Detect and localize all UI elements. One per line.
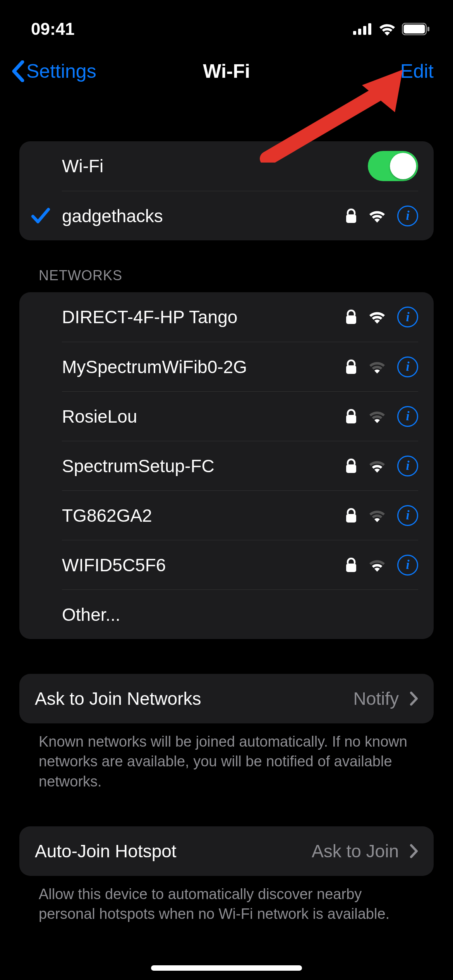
connected-network-row[interactable]: gadgethacks i xyxy=(19,191,434,240)
chevron-right-icon xyxy=(410,844,418,858)
svg-rect-14 xyxy=(346,514,356,523)
networks-group: DIRECT-4F-HP Tango i MySpectrumWiFib0-2G… xyxy=(19,292,434,639)
svg-rect-11 xyxy=(346,365,356,374)
lock-icon xyxy=(345,508,357,523)
edit-button[interactable]: Edit xyxy=(400,60,434,82)
network-row[interactable]: SpectrumSetup-FC i xyxy=(19,441,434,490)
wifi-signal-icon xyxy=(368,559,386,572)
ask-join-group: Ask to Join Networks Notify xyxy=(19,674,434,723)
info-button[interactable]: i xyxy=(397,555,418,576)
network-name: MySpectrumWiFib0-2G xyxy=(62,356,345,377)
network-name: WIFID5C5F6 xyxy=(62,555,345,576)
wifi-toggle-row: Wi-Fi xyxy=(19,141,434,191)
connected-network-trailing: i xyxy=(345,206,418,226)
status-icons xyxy=(353,22,430,36)
ask-join-label: Ask to Join Networks xyxy=(35,688,353,709)
status-bar: 09:41 xyxy=(0,0,453,50)
svg-rect-12 xyxy=(346,415,356,423)
chevron-left-icon xyxy=(12,60,26,82)
network-name: TG862GA2 xyxy=(62,505,345,526)
svg-rect-15 xyxy=(346,564,356,572)
info-button[interactable]: i xyxy=(397,406,418,427)
back-label: Settings xyxy=(26,60,96,82)
svg-rect-0 xyxy=(353,31,356,35)
network-row[interactable]: MySpectrumWiFib0-2G i xyxy=(19,342,434,391)
ask-join-footer: Known networks will be joined automatica… xyxy=(19,723,434,792)
svg-rect-5 xyxy=(404,25,425,34)
back-button[interactable]: Settings xyxy=(12,60,96,82)
battery-icon xyxy=(402,23,430,35)
lock-icon xyxy=(345,557,357,573)
checkmark-icon xyxy=(31,206,51,226)
home-indicator[interactable] xyxy=(151,965,302,971)
wifi-toggle-group: Wi-Fi gadgethacks i xyxy=(19,141,434,240)
info-button[interactable]: i xyxy=(397,206,418,226)
svg-rect-1 xyxy=(358,29,361,35)
lock-icon xyxy=(345,359,357,375)
lock-icon xyxy=(345,458,357,474)
lock-icon xyxy=(345,208,357,224)
network-name: SpectrumSetup-FC xyxy=(62,456,345,476)
svg-rect-10 xyxy=(346,315,356,324)
nav-bar: Settings Wi-Fi Edit xyxy=(0,50,453,97)
svg-rect-13 xyxy=(346,464,356,473)
info-button[interactable]: i xyxy=(397,307,418,327)
wifi-signal-icon xyxy=(368,209,386,223)
connected-network-name: gadgethacks xyxy=(62,206,345,226)
lock-icon xyxy=(345,409,357,424)
wifi-signal-icon xyxy=(368,310,386,324)
svg-rect-3 xyxy=(368,23,371,35)
auto-hotspot-group: Auto-Join Hotspot Ask to Join xyxy=(19,826,434,876)
chevron-right-icon xyxy=(410,691,418,706)
network-row[interactable]: DIRECT-4F-HP Tango i xyxy=(19,292,434,342)
other-label: Other... xyxy=(62,604,418,625)
wifi-toggle-label: Wi-Fi xyxy=(62,156,368,176)
network-name: DIRECT-4F-HP Tango xyxy=(62,307,345,327)
svg-rect-2 xyxy=(363,26,366,35)
wifi-status-icon xyxy=(378,22,396,36)
status-time: 09:41 xyxy=(31,19,75,39)
auto-hotspot-label: Auto-Join Hotspot xyxy=(35,841,312,862)
ask-join-row[interactable]: Ask to Join Networks Notify xyxy=(19,674,434,723)
wifi-signal-icon xyxy=(368,410,386,423)
svg-rect-9 xyxy=(346,214,356,223)
other-network-row[interactable]: Other... xyxy=(19,589,434,639)
info-button[interactable]: i xyxy=(397,356,418,377)
network-name: RosieLou xyxy=(62,406,345,427)
network-row[interactable]: RosieLou i xyxy=(19,391,434,441)
info-button[interactable]: i xyxy=(397,505,418,526)
info-button[interactable]: i xyxy=(397,456,418,476)
wifi-signal-icon xyxy=(368,459,386,473)
auto-hotspot-footer: Allow this device to automatically disco… xyxy=(19,876,434,924)
svg-rect-6 xyxy=(427,27,429,31)
network-row[interactable]: TG862GA2 i xyxy=(19,490,434,540)
auto-hotspot-row[interactable]: Auto-Join Hotspot Ask to Join xyxy=(19,826,434,876)
auto-hotspot-value: Ask to Join xyxy=(312,841,399,862)
lock-icon xyxy=(345,309,357,325)
cellular-icon xyxy=(353,23,372,35)
wifi-toggle[interactable] xyxy=(368,151,418,181)
wifi-signal-icon xyxy=(368,360,386,373)
ask-join-value: Notify xyxy=(353,688,399,709)
network-row[interactable]: WIFID5C5F6 i xyxy=(19,540,434,589)
wifi-signal-icon xyxy=(368,509,386,522)
networks-header: NETWORKS xyxy=(19,240,434,292)
